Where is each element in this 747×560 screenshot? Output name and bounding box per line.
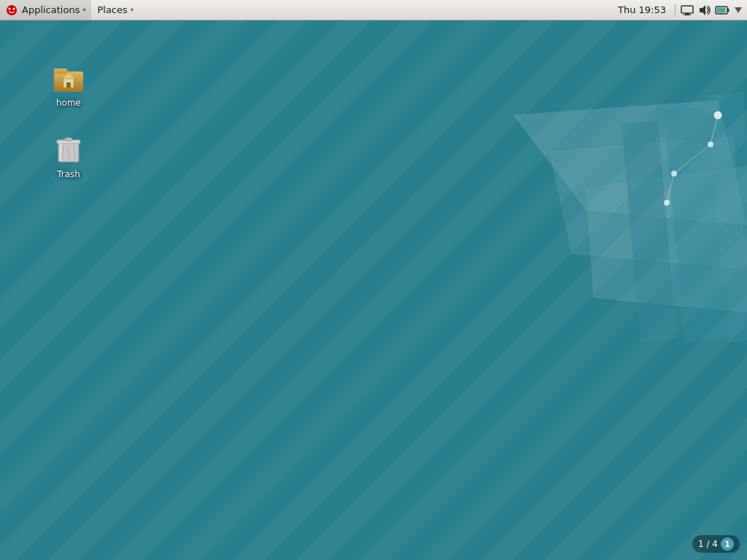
- taskbar-left: Applications ▾ Places ▾: [0, 0, 139, 20]
- svg-rect-3: [681, 6, 693, 13]
- svg-point-18: [708, 141, 713, 147]
- svg-rect-35: [65, 138, 72, 141]
- svg-point-20: [664, 200, 670, 206]
- places-arrow-icon: ▾: [131, 7, 133, 13]
- desktop: home Trash 1 / 4 1: [0, 20, 747, 560]
- svg-rect-30: [66, 82, 71, 88]
- volume-tray-icon[interactable]: [697, 3, 712, 18]
- trash-icon[interactable]: Trash: [39, 128, 98, 182]
- svg-marker-6: [700, 5, 705, 15]
- svg-point-2: [13, 7, 15, 9]
- svg-rect-9: [717, 7, 726, 12]
- svg-rect-27: [54, 69, 67, 74]
- gnome-logo-icon: [6, 4, 18, 16]
- home-icon-label: home: [56, 98, 81, 108]
- svg-rect-39: [59, 144, 62, 161]
- svg-rect-31: [64, 80, 67, 82]
- home-folder-image: [51, 60, 86, 95]
- svg-marker-11: [514, 101, 747, 225]
- svg-rect-4: [685, 13, 689, 15]
- workspace-info: 1 / 4: [698, 539, 718, 549]
- clock[interactable]: Thu 19:53: [614, 4, 670, 15]
- svg-point-17: [714, 112, 721, 119]
- svg-marker-12: [550, 137, 747, 268]
- svg-marker-10: [735, 7, 742, 13]
- svg-marker-13: [587, 166, 747, 312]
- svg-line-23: [667, 174, 674, 203]
- applications-label: Applications: [22, 4, 80, 15]
- svg-line-22: [674, 144, 711, 174]
- places-label: Places: [97, 4, 127, 15]
- svg-point-1: [9, 7, 11, 9]
- tray-dropdown-icon[interactable]: [732, 4, 744, 16]
- panel-separator: [675, 4, 676, 17]
- svg-rect-15: [664, 106, 728, 342]
- svg-rect-32: [70, 80, 73, 82]
- svg-point-0: [7, 5, 17, 15]
- workspace-switcher[interactable]: 1 / 4 1: [692, 535, 740, 553]
- places-menu[interactable]: Places ▾: [91, 0, 139, 20]
- taskbar: Applications ▾ Places ▾ Thu 19:53: [0, 0, 747, 20]
- svg-rect-8: [727, 8, 729, 12]
- workspace-badge: 1: [721, 537, 734, 551]
- applications-menu[interactable]: Applications ▾: [0, 0, 91, 20]
- trash-icon-label: Trash: [57, 169, 80, 179]
- battery-tray-icon[interactable]: [715, 3, 729, 18]
- trash-bin-image: [51, 131, 86, 166]
- desktop-decoration: [441, 79, 747, 385]
- taskbar-right: Thu 19:53: [614, 0, 747, 20]
- screen-tray-icon[interactable]: [680, 3, 694, 18]
- svg-point-19: [671, 171, 677, 176]
- svg-rect-14: [622, 121, 677, 342]
- home-icon[interactable]: home: [39, 57, 98, 111]
- applications-arrow-icon: ▾: [82, 7, 85, 13]
- svg-line-21: [711, 115, 718, 144]
- svg-rect-16: [706, 92, 747, 342]
- svg-rect-5: [684, 15, 691, 15]
